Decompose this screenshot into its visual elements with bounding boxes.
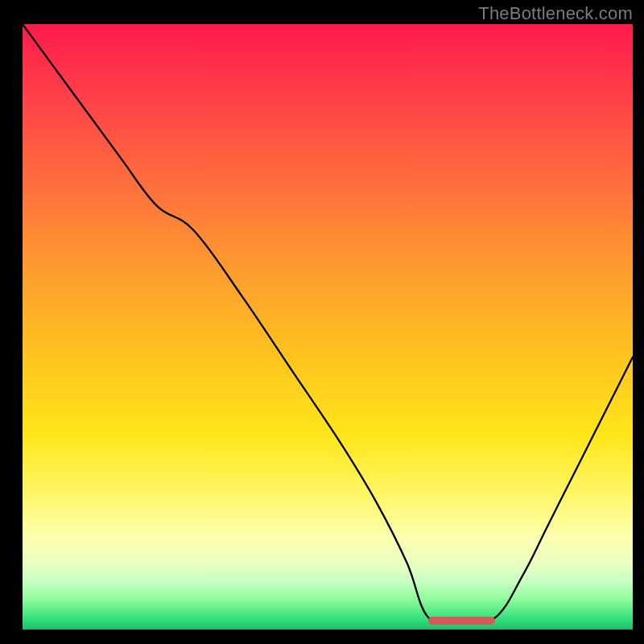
chart-stage: TheBottleneck.com (0, 0, 644, 644)
optimal-range-marker (428, 617, 495, 625)
gradient-panel (23, 24, 633, 630)
watermark-label: TheBottleneck.com (478, 3, 633, 24)
